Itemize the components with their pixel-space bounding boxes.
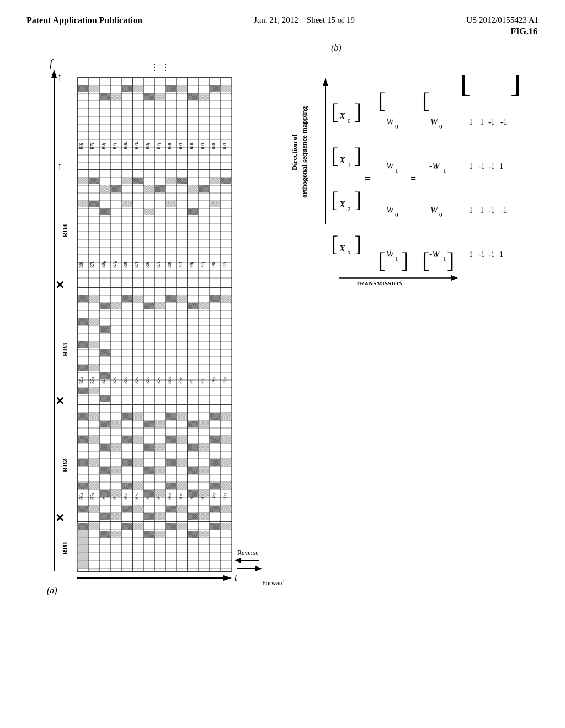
svg-rect-259: [100, 185, 110, 192]
diagram-a-svg: f t ⋮ ⋮ ✕ ✕ ✕ ↑ ↑ RB1 RB2: [44, 47, 265, 599]
svg-rect-274: [122, 201, 132, 207]
svg-rect-241: [100, 303, 110, 309]
svg-text:1: 1: [499, 162, 503, 170]
svg-rect-261: [122, 178, 132, 184]
svg-text:R8j: R8j: [101, 143, 106, 149]
svg-rect-183: [166, 459, 176, 466]
svg-marker-308: [255, 566, 262, 571]
svg-rect-185: [166, 506, 176, 512]
svg-rect-247: [122, 295, 132, 302]
svg-text:1: 1: [469, 162, 473, 170]
svg-rect-210: [133, 506, 143, 512]
svg-text:R8l: R8l: [211, 143, 216, 149]
svg-text:RB2: RB2: [61, 458, 69, 472]
svg-rect-177: [144, 444, 154, 451]
svg-text:0: 0: [348, 117, 351, 124]
svg-text:1: 1: [469, 118, 473, 126]
svg-rect-192: [210, 436, 220, 443]
svg-text:W: W: [386, 161, 395, 170]
matrix-equation-svg: [ [ [ [ X 0 X 1 X 2 X 3 ] ] ] ] = [ W 0 …: [323, 75, 532, 285]
svg-text:[: [: [331, 143, 338, 168]
svg-text:R7c: R7c: [134, 377, 139, 384]
svg-rect-227: [221, 436, 231, 443]
svg-rect-257: [78, 178, 88, 184]
svg-text:]: ]: [354, 232, 361, 256]
svg-rect-258: [89, 178, 99, 184]
svg-rect-295: [100, 531, 110, 538]
svg-text:R8i: R8i: [211, 261, 216, 268]
part-b-label: (b): [331, 43, 342, 53]
publication-title: Patent Application Publication: [26, 15, 142, 25]
svg-text:R7j: R7j: [156, 143, 161, 149]
svg-rect-236: [89, 295, 99, 302]
svg-rect-287: [166, 85, 176, 92]
svg-text:R8d: R8d: [145, 377, 150, 384]
svg-rect-189: [188, 490, 198, 497]
svg-text:[: [: [422, 248, 429, 273]
svg-text:R7g: R7g: [112, 261, 117, 268]
svg-rect-296: [111, 531, 121, 538]
svg-text:R7j: R7j: [200, 261, 205, 268]
svg-rect-268: [199, 185, 209, 192]
svg-text:[: [: [460, 75, 471, 99]
svg-rect-216: [177, 413, 187, 420]
svg-text:R8c: R8c: [123, 377, 128, 384]
svg-rect-237: [89, 318, 99, 325]
svg-text:0: 0: [439, 123, 443, 130]
svg-text:1: 1: [348, 162, 351, 168]
svg-text:✕: ✕: [55, 395, 65, 407]
svg-text:1: 1: [499, 250, 503, 259]
svg-text:R7k: R7k: [134, 142, 139, 149]
svg-rect-209: [133, 483, 143, 489]
svg-text:R8e: R8e: [167, 493, 172, 500]
svg-text:R7g: R7g: [222, 377, 227, 384]
svg-text:↑: ↑: [57, 71, 62, 83]
svg-rect-265: [166, 178, 176, 184]
svg-rect-224: [199, 490, 209, 497]
svg-text:t: t: [234, 572, 238, 583]
svg-text:R7i: R7i: [90, 143, 95, 149]
svg-rect-212: [155, 444, 165, 451]
svg-text:W: W: [430, 205, 439, 215]
svg-text:]: ]: [447, 248, 454, 273]
svg-rect-180: [144, 513, 154, 520]
svg-rect-231: [78, 295, 88, 302]
part-a-diagram: f t ⋮ ⋮ ✕ ✕ ✕ ↑ ↑ RB1 RB2: [44, 47, 276, 601]
svg-rect-281: [100, 93, 110, 100]
svg-text:R8g: R8g: [101, 261, 106, 268]
svg-rect-211: [155, 421, 165, 427]
svg-text:R7h: R7h: [178, 261, 183, 268]
svg-rect-297: [122, 523, 132, 530]
svg-rect-205: [111, 513, 121, 520]
svg-rect-282: [111, 93, 121, 100]
svg-text:W: W: [386, 117, 395, 126]
svg-rect-220: [177, 506, 187, 512]
svg-text:W: W: [386, 249, 395, 259]
svg-text:R8j: R8j: [145, 143, 150, 149]
svg-rect-306: [221, 523, 231, 530]
svg-text:R8l: R8l: [167, 143, 172, 149]
svg-rect-161: [78, 413, 88, 420]
svg-rect-272: [89, 201, 99, 207]
svg-text:-1: -1: [488, 250, 495, 259]
svg-text:R7j: R7j: [112, 143, 117, 149]
svg-text:✕: ✕: [55, 279, 65, 291]
svg-text:1: 1: [469, 250, 473, 259]
svg-text:↑: ↑: [57, 160, 62, 172]
svg-rect-229: [221, 483, 231, 489]
svg-text:R7c: R7c: [134, 493, 139, 500]
svg-text:R7a: R7a: [90, 377, 95, 384]
svg-rect-164: [78, 483, 88, 489]
svg-rect-218: [177, 459, 187, 466]
svg-rect-294: [89, 523, 99, 530]
svg-text:3: 3: [348, 250, 351, 256]
svg-rect-166: [100, 421, 110, 427]
svg-rect-244: [100, 372, 110, 379]
svg-rect-217: [177, 436, 187, 443]
svg-text:R7l: R7l: [222, 143, 227, 149]
svg-rect-204: [111, 490, 121, 497]
svg-rect-206: [133, 413, 143, 420]
svg-rect-233: [78, 341, 88, 348]
svg-text:-1: -1: [478, 162, 485, 170]
svg-text:R8i: R8i: [79, 143, 84, 149]
